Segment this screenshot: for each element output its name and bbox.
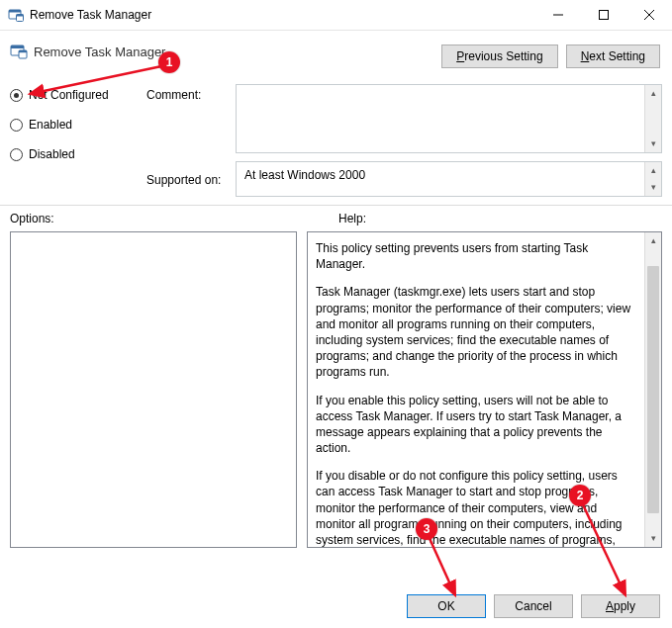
help-paragraph: This policy setting prevents users from … xyxy=(316,240,637,272)
previous-setting-button[interactable]: Previous Setting xyxy=(441,45,557,68)
options-pane xyxy=(10,231,297,548)
scroll-up-icon: ▴ xyxy=(651,162,656,179)
window-title: Remove Task Manager xyxy=(30,8,151,22)
scrollbar-thumb[interactable] xyxy=(647,266,659,513)
svg-rect-3 xyxy=(17,15,24,17)
svg-rect-9 xyxy=(11,45,24,48)
help-label: Help: xyxy=(307,212,662,225)
radio-not-configured[interactable]: Not Configured xyxy=(10,88,146,102)
scroll-down-icon: ▾ xyxy=(651,179,656,196)
help-paragraph: If you enable this policy setting, users… xyxy=(316,393,637,457)
radio-icon xyxy=(10,89,23,102)
dialog-footer: OK Cancel Apply xyxy=(0,584,672,628)
header-row: Remove Task Manager Previous Setting Nex… xyxy=(0,31,672,72)
divider xyxy=(0,205,672,206)
help-pane: This policy setting prevents users from … xyxy=(307,231,662,548)
maximize-button[interactable] xyxy=(581,0,626,30)
supported-on-label: Supported on: xyxy=(146,173,236,187)
help-paragraph: Task Manager (taskmgr.exe) lets users st… xyxy=(316,284,637,380)
policy-icon xyxy=(10,43,28,60)
apply-button[interactable]: Apply xyxy=(581,594,660,618)
comment-label: Comment: xyxy=(146,88,236,102)
radio-label: Enabled xyxy=(29,118,72,132)
next-setting-button[interactable]: Next Setting xyxy=(566,45,660,68)
options-label: Options: xyxy=(10,212,307,225)
close-button[interactable] xyxy=(626,0,672,30)
minimize-button[interactable] xyxy=(535,0,581,30)
policy-name: Remove Task Manager xyxy=(34,45,165,59)
scroll-down-icon: ▾ xyxy=(651,135,656,152)
radio-disabled[interactable]: Disabled xyxy=(10,147,146,161)
comment-textarea[interactable]: ▴ ▾ xyxy=(236,84,662,153)
scroll-up-icon: ▴ xyxy=(645,232,661,249)
svg-rect-5 xyxy=(600,11,609,20)
comment-scrollbar[interactable]: ▴ ▾ xyxy=(644,85,661,152)
radio-icon xyxy=(10,148,23,161)
window-titlebar: Remove Task Manager xyxy=(0,0,672,31)
supported-on-value: At least Windows 2000 xyxy=(244,168,365,182)
help-scrollbar[interactable]: ▴ ▾ xyxy=(644,232,661,547)
supported-on-field: At least Windows 2000 ▴ ▾ xyxy=(236,161,662,197)
radio-icon xyxy=(10,119,23,132)
state-radio-group: Not Configured Enabled Disabled xyxy=(10,76,146,197)
radio-label: Disabled xyxy=(29,147,75,161)
scroll-up-icon: ▴ xyxy=(651,85,656,102)
ok-button[interactable]: OK xyxy=(407,594,486,618)
help-paragraph: If you disable or do not configure this … xyxy=(316,468,637,548)
radio-enabled[interactable]: Enabled xyxy=(10,118,146,132)
cancel-button[interactable]: Cancel xyxy=(494,594,573,618)
svg-rect-11 xyxy=(19,50,27,52)
radio-label: Not Configured xyxy=(29,88,109,102)
scroll-down-icon: ▾ xyxy=(645,530,661,547)
app-icon xyxy=(8,7,24,23)
supported-scrollbar[interactable]: ▴ ▾ xyxy=(644,162,661,196)
svg-rect-1 xyxy=(9,10,21,13)
